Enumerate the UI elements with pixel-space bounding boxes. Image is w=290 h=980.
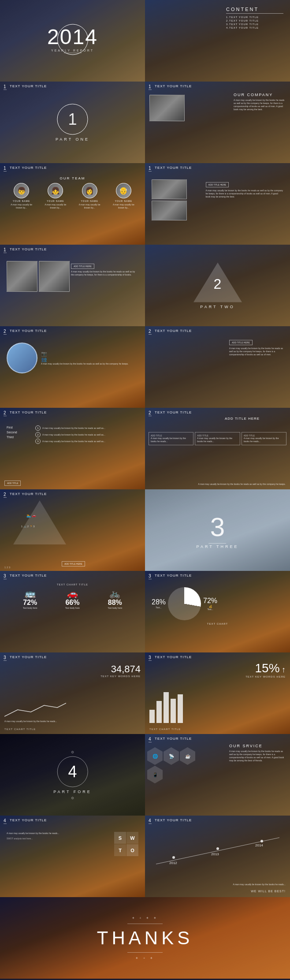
circle-body: A man may usually be known by the books … [41, 362, 128, 365]
member-body-2: A man may usually be known by... [43, 203, 67, 209]
slide-line-stat: 3 TEXT YOUR TITLE 34,874 TEXT KEY WORDS … [0, 652, 145, 734]
slide-our-company: 1 TEXT YOUR TITLE OUR COMPANY A man may … [145, 82, 290, 163]
slide-our-company-content: 1 TEXT YOUR TITLE OUR COMPANY A man may … [145, 82, 290, 163]
bar-4 [171, 699, 176, 723]
text-title-1c: TEXT YOUR TITLE [10, 166, 47, 170]
section-num-1a: 1 [4, 84, 7, 90]
member-name-1: YOUR NAME [9, 200, 33, 202]
slide-thanks: ✦ + ✦ ✦ THANKS ✦ + ✦ [0, 897, 290, 979]
member-name-2: YOUR NAME [43, 200, 67, 202]
our-service-body: A man may usually be known by the books … [229, 750, 286, 762]
our-company-title: OUR COMPANY [234, 93, 286, 97]
chart-title-line: TEXT CHART TITLE [4, 728, 36, 730]
hex-2: 📡 [164, 747, 179, 765]
slide-part-four: ⚙ 4 PART FORE ⚙ [0, 734, 145, 816]
percent-left: 28% [152, 598, 166, 606]
city-img-1 [7, 261, 37, 292]
three-titles-body: A man may usually be known by the books … [198, 483, 286, 486]
swot-sub: SWOT analysis text here... [7, 837, 59, 840]
percent-bike: 88% [108, 599, 122, 607]
numbers-bottom: 1 2 3 [4, 566, 10, 569]
four-circle: 4 [57, 756, 88, 787]
chart-title-bar: TEXT CHART TITLE [149, 728, 181, 730]
year-number: 2014 [47, 25, 98, 49]
percent-car: 66% [65, 599, 80, 607]
city-body: A man may usually be known by the books … [71, 270, 138, 276]
svg-text:2013: 2013 [211, 852, 219, 856]
add-title-numbered: ADD TITLE [4, 481, 21, 486]
slide-numbered-list-content: 2 TEXT YOUR TITLE First Second Third 1 A… [0, 408, 145, 489]
city-img-2 [39, 261, 70, 292]
section-num-2c: 2 [4, 410, 7, 416]
chart-title-pie: TEXT CHART [149, 622, 286, 625]
thanks-cross-bottom: ✦ + ✦ [0, 956, 290, 960]
yearly-report: YEARLY REPORT [47, 49, 98, 52]
section-num-1b: 1 [149, 84, 152, 90]
text-title-2a: TEXT YOUR TITLE [10, 329, 47, 333]
vehicle-item-3: 🚲 88% Text body here [108, 588, 122, 610]
number-three: 3 [197, 512, 239, 542]
row-5: 2 TEXT YOUR TITLE 📷 👥 A man may usually … [0, 326, 290, 408]
section-num-3d: 3 [149, 655, 152, 661]
add-title-image-2 [152, 201, 187, 220]
slide-city-images-content: 1 TEXT YOUR TITLE ADD TITLE HERE A man m… [0, 245, 145, 326]
slide-city-images: 1 TEXT YOUR TITLE ADD TITLE HERE A man m… [0, 245, 145, 326]
section-num-3c: 3 [4, 655, 7, 661]
arrow-up-bar: ↑ [282, 665, 286, 674]
slide-swot-content: 4 TEXT YOUR TITLE A man may usually be k… [0, 816, 145, 897]
slide-add-title-right: 2 TEXT YOUR TITLE ADD TITLE HERE A man m… [145, 326, 290, 408]
avatar-4: 👴 [116, 183, 131, 198]
part-two-label: PART TWO [193, 304, 242, 309]
add-title-right-body: A man may usually be known by the books … [229, 347, 286, 356]
list-item-1: 1 A man may usually be known by the book… [35, 425, 138, 431]
timeline-svg: 2012 2013 2014 [147, 829, 288, 873]
slide-content-list-inner: CONTENT 1.TEXT YOUR TITLE 2.TEXT YOUR TI… [145, 0, 290, 82]
keyword-line: TEXT KEY WORDS HERE [100, 675, 141, 678]
list-item-2: 2 A man may usually be known by the book… [35, 432, 138, 437]
percent-right: 72% [203, 597, 217, 605]
text-title-3b: TEXT YOUR TITLE [155, 574, 192, 578]
hexagons: 🌐 📡 ☕ 📱 [147, 747, 200, 783]
svg-point-3 [260, 840, 263, 842]
row-10: ⚙ 4 PART FORE ⚙ 4 TEXT YOUR TITLE OUR SR… [0, 734, 290, 816]
section-num-2a: 2 [4, 329, 7, 335]
slide-vehicles: 3 TEXT YOUR TITLE TEXT CHART TITLE 🚌 72%… [0, 571, 145, 652]
section-num-4a: 4 [149, 737, 152, 742]
slide-our-service-content: 4 TEXT YOUR TITLE OUR SRVICE A man may u… [145, 734, 290, 816]
gear-bottom-icon: ⚙ [53, 796, 92, 800]
slide-pie-chart-content: 3 TEXT YOUR TITLE 28% Text... 72% 💰 Text… [145, 571, 290, 652]
add-title-triangle: ADD TITLE HERE [62, 561, 85, 566]
content-title: CONTENT [226, 7, 283, 14]
row-4: 1 TEXT YOUR TITLE ADD TITLE HERE A man m… [0, 245, 290, 326]
slide-circle-img-content: 2 TEXT YOUR TITLE 📷 👥 A man may usually … [0, 326, 145, 408]
slide-bar-stat-content: 3 TEXT YOUR TITLE 15% ↑ TEXT KEY WORDS H… [145, 652, 290, 734]
text-title-2c: TEXT YOUR TITLE [10, 410, 47, 414]
bar-3 [164, 692, 169, 723]
vehicle-item-2: 🚗 66% Text body here [65, 588, 80, 610]
add-title-box-city: ADD TITLE HERE [71, 264, 94, 269]
part-four-label: PART FORE [53, 789, 92, 794]
svg-point-2 [216, 847, 219, 850]
stat-number-line: 34,874 [100, 663, 141, 675]
slide-add-title-1-content: 1 TEXT YOUR TITLE ADD TITLE HERE A man m… [145, 163, 290, 245]
slide-part-one: 1 TEXT YOUR TITLE 1 PART ONE [0, 82, 145, 163]
timeline-body: A man may usually be known by the books … [233, 883, 286, 886]
bar-1 [149, 710, 155, 723]
swot-grid: S W T O [114, 832, 138, 856]
swot-body-left: A man may usually be known by the books … [7, 832, 59, 835]
section-num-4b: 4 [4, 818, 7, 824]
slides-container: 2014 YEARLY REPORT CONTENT 1.TEXT YOUR T… [0, 0, 290, 979]
member-body-1: A man may usually be known by... [9, 203, 33, 209]
pie-chart-icon: 💰 [203, 605, 217, 608]
section-num-2e: 2 [4, 492, 7, 498]
bus-icon: 🚌 [23, 588, 37, 599]
thanks-cross-top: ✦ + ✦ ✦ [0, 916, 290, 920]
slide-our-service: 4 TEXT YOUR TITLE OUR SRVICE A man may u… [145, 734, 290, 816]
slide-add-title-1: 1 TEXT YOUR TITLE ADD TITLE HERE A man m… [145, 163, 290, 245]
slide-three-titles-content: 2 TEXT YOUR TITLE ADD TITLE HERE ADD TIT… [145, 408, 290, 489]
part-one-label: PART ONE [56, 137, 89, 141]
avatar-2: 👧 [48, 183, 63, 198]
avatar-3: 👩 [82, 183, 97, 198]
swot-o: O [126, 844, 138, 856]
slide-numbered-list: 2 TEXT YOUR TITLE First Second Third 1 A… [0, 408, 145, 489]
